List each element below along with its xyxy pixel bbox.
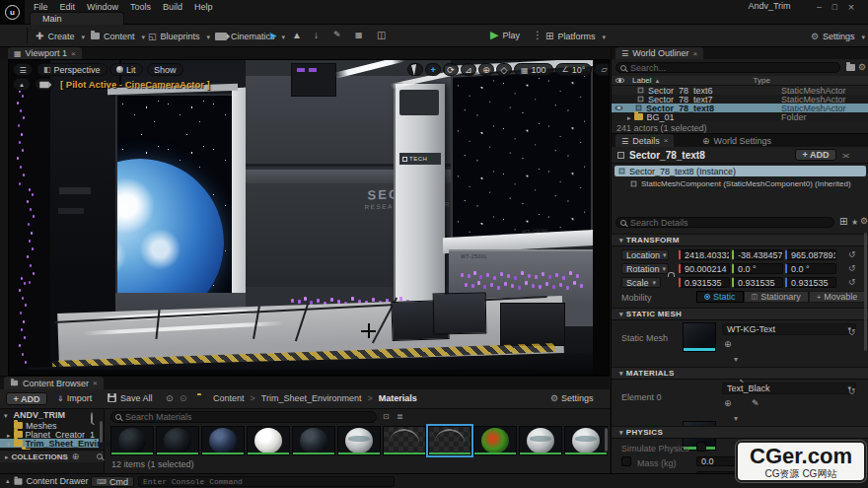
mobility-static-button[interactable]: Static	[696, 291, 744, 303]
collections-bar[interactable]: COLLECTIONS	[0, 450, 105, 462]
view-mode-dropdown[interactable]: Lit	[109, 63, 143, 76]
cb-root-row[interactable]: ANDV_TRIM	[4, 410, 65, 420]
section-materials[interactable]: MATERIALS	[612, 367, 868, 380]
save-search-button[interactable]: ⊡	[383, 412, 390, 421]
reset-material-button[interactable]	[848, 386, 856, 396]
viewport-menu-button[interactable]	[13, 63, 33, 76]
close-icon[interactable]: ×	[93, 379, 98, 387]
rotation-y-field[interactable]: 0.0 °	[732, 263, 783, 274]
section-static-mesh[interactable]: STATIC MESH	[612, 308, 868, 320]
cb-settings-button[interactable]: Settings	[550, 393, 594, 403]
toolbar-settings-button[interactable]: Settings	[811, 29, 865, 43]
mode-select-button[interactable]: ➤	[268, 30, 277, 42]
outliner-row-folder[interactable]: BG_01 Folder	[612, 112, 868, 121]
favorites-button[interactable]	[851, 217, 858, 227]
play-button[interactable]: ▶ Play	[490, 29, 520, 41]
add-collection-button[interactable]	[72, 452, 80, 461]
content-button[interactable]: Content	[91, 29, 145, 43]
back-button[interactable]: ⊙	[166, 393, 174, 403]
location-y-field[interactable]: -38.438457	[732, 249, 783, 260]
new-folder-button[interactable]	[846, 64, 855, 71]
static-mesh-asset-dropdown[interactable]: WT-KG-Text	[722, 323, 856, 335]
show-dropdown[interactable]: Show	[147, 63, 183, 76]
section-transform[interactable]: TRANSFORM	[612, 234, 868, 246]
asset-grid-scrollbar[interactable]	[605, 428, 608, 452]
close-icon[interactable]: ×	[71, 49, 76, 58]
mode-landscape-button[interactable]: ▲	[292, 30, 302, 40]
component-row-instance[interactable]: Sector_78_text8 (Instance)	[615, 166, 866, 176]
asset-tile[interactable]	[337, 426, 381, 455]
close-button[interactable]: ×	[848, 1, 854, 13]
mass-override-checkbox[interactable]	[621, 456, 631, 466]
type-column-header[interactable]: Type	[754, 76, 770, 85]
pilot-camera-button[interactable]	[35, 78, 54, 91]
static-mesh-thumbnail[interactable]	[683, 322, 716, 352]
details-search-input[interactable]: Search Details	[615, 217, 834, 228]
visibility-icon[interactable]	[615, 105, 623, 109]
breadcrumb-materials[interactable]: Materials	[379, 393, 417, 403]
menu-tools[interactable]: Tools	[124, 1, 157, 13]
platforms-button[interactable]: Platforms	[545, 29, 606, 43]
import-button[interactable]: ⇓ Import	[57, 393, 92, 403]
asset-tile[interactable]	[201, 426, 245, 455]
asset-tile[interactable]	[247, 426, 290, 455]
mobility-stationary-button[interactable]: ◫Stationary	[744, 291, 809, 303]
material-asset-dropdown[interactable]: Text_Black	[722, 383, 856, 394]
minimize-button[interactable]: –	[817, 2, 822, 12]
reset-scale-button[interactable]	[848, 277, 856, 287]
content-drawer-button[interactable]: ▴ Content Drawer	[6, 476, 89, 486]
save-all-button[interactable]: Save All	[107, 392, 153, 403]
reset-static-mesh-button[interactable]	[848, 327, 856, 337]
cmd-selector[interactable]: ⌨ Cmd	[91, 476, 134, 487]
asset-tile[interactable]	[519, 426, 562, 455]
rotation-z-field[interactable]: 0.0 °	[785, 263, 836, 274]
tab-details[interactable]: Details ×	[615, 134, 674, 147]
rotation-x-field[interactable]: 90.000214 °	[679, 263, 730, 274]
unreal-logo-icon[interactable]: u	[0, 0, 25, 25]
camera-mode-dropdown[interactable]: ◧ Perspective	[36, 63, 108, 76]
expand-section-chevron[interactable]: ▾	[734, 414, 738, 423]
expand-section-chevron[interactable]: ▾	[734, 355, 738, 364]
viewport-scene[interactable]: SECTOR 7 RESEARCH CENTER TECH WT-2500L W…	[8, 59, 610, 376]
tab-content-browser[interactable]: Content Browser ×	[4, 377, 104, 389]
blueprints-button[interactable]: ◱ Blueprints	[148, 29, 210, 43]
display-filter-button[interactable]	[839, 216, 847, 227]
simulate-physics-checkbox[interactable]	[696, 442, 706, 452]
play-options-button[interactable]	[533, 30, 542, 40]
component-row-staticmesh[interactable]: StaticMeshComponent (StaticMeshComponent…	[615, 178, 866, 189]
filters-button[interactable]: ≣	[397, 412, 403, 421]
visibility-column-icon[interactable]	[615, 78, 624, 83]
use-selected-asset-button[interactable]	[724, 339, 732, 349]
scale-tool-button[interactable]: ⊿	[461, 63, 476, 76]
location-x-field[interactable]: 2418.40332	[679, 249, 730, 260]
asset-tile[interactable]	[564, 426, 608, 455]
move-tool-button[interactable]: +	[425, 63, 441, 76]
asset-tile[interactable]	[473, 426, 517, 455]
cb-add-button[interactable]: + ADD	[6, 392, 47, 405]
location-dropdown[interactable]: Location	[621, 249, 669, 260]
scale-dropdown[interactable]: Scale	[621, 277, 661, 288]
scale-y-field[interactable]: 0.931535	[732, 277, 783, 288]
asset-tile[interactable]	[156, 426, 199, 455]
asset-search-input[interactable]: Search Materials	[110, 411, 377, 423]
mobility-movable-button[interactable]: +Movable	[809, 291, 866, 303]
add-component-button[interactable]: + ADD	[795, 149, 836, 161]
tab-viewport-1[interactable]: Viewport 1 ×	[8, 47, 82, 59]
maximize-button[interactable]: ▢	[832, 3, 838, 11]
mode-mesh-paint-button[interactable]	[333, 30, 341, 39]
stop-pilot-button[interactable]: ▴	[13, 78, 31, 91]
mode-foliage-button[interactable]: ↓	[314, 30, 319, 40]
close-icon[interactable]: ×	[693, 49, 698, 58]
scale-z-field[interactable]: 0.931535	[785, 277, 836, 288]
world-local-toggle[interactable]: ⊕	[478, 63, 494, 76]
rotation-dropdown[interactable]: Rotation	[621, 263, 669, 274]
collapse-arrow-icon[interactable]	[7, 439, 14, 449]
tree-scrollbar[interactable]	[100, 421, 103, 443]
breadcrumb-content[interactable]: Content	[213, 393, 245, 403]
select-tool-button[interactable]	[407, 63, 423, 76]
details-scrollbar[interactable]	[864, 233, 867, 351]
reset-location-button[interactable]	[848, 249, 856, 259]
tab-world-outliner[interactable]: World Outliner ×	[615, 47, 703, 59]
create-button[interactable]: ✚ Create	[36, 29, 85, 43]
breadcrumb-trim-sheet[interactable]: Trim_Sheet_Environment	[261, 393, 362, 403]
